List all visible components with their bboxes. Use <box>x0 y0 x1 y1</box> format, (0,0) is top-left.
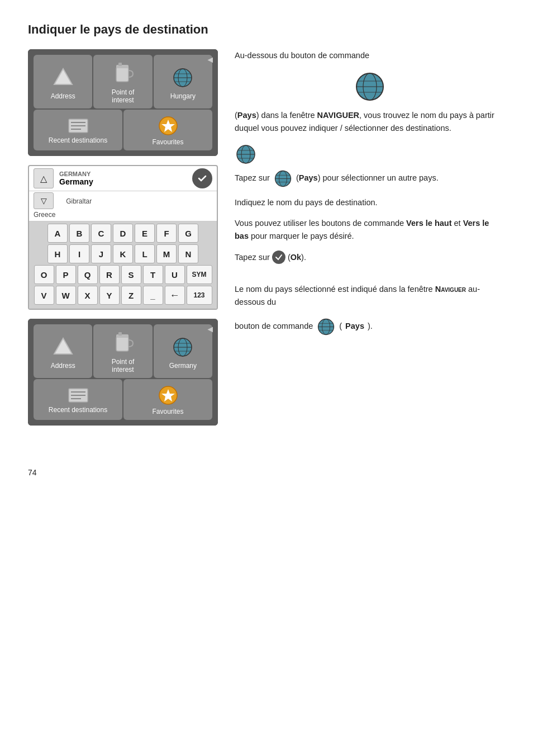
poi-icon-2 <box>111 331 135 356</box>
poi-icon-1 <box>111 62 135 86</box>
globe-small-icon-2 <box>316 317 336 337</box>
kb-key-S[interactable]: S <box>121 265 141 284</box>
kb-key-N[interactable]: N <box>178 244 198 263</box>
kb-row-1: A B C D E F G <box>31 224 215 243</box>
bouton-de-commande-label: bouton de commande <box>235 320 313 333</box>
para-5: Tapez sur (Ok). <box>235 251 505 264</box>
para-4: Vous pouvez utiliser les boutons de comm… <box>235 217 505 243</box>
poi-btn-2[interactable]: Point ofinterest <box>93 324 152 378</box>
kb-key-X[interactable]: X <box>78 286 98 305</box>
para-3-text: Indiquez le nom du pays de destination. <box>235 198 378 207</box>
kb-key-Z[interactable]: Z <box>121 286 141 305</box>
svg-rect-1 <box>116 67 129 82</box>
para-6-text: Le nom du pays sélectionné est indiqué d… <box>235 285 480 306</box>
globe-large-icon <box>353 70 387 103</box>
kb-ok-button[interactable] <box>192 168 212 188</box>
naviguer-label-1: NAVIGUER <box>317 111 359 120</box>
kb-key-D[interactable]: D <box>113 224 133 243</box>
tapez-sur-label-2: Tapez sur <box>235 251 270 264</box>
germany-btn-2[interactable]: Germany <box>154 324 212 378</box>
kb-key-Q[interactable]: Q <box>78 265 98 284</box>
germany-label-2: Germany <box>169 362 197 370</box>
kb-key-J[interactable]: J <box>91 244 111 263</box>
para-1: Au-dessous du bouton de commande <box>235 49 505 62</box>
kb-key-Y[interactable]: Y <box>99 286 120 305</box>
address-label-1: Address <box>51 92 75 100</box>
kb-key-B[interactable]: B <box>69 224 89 243</box>
ok-label-wrap: (Ok). <box>288 251 306 264</box>
para-4-text: Vous pouvez utiliser les boutons de comm… <box>235 219 489 240</box>
kb-key-I[interactable]: I <box>69 244 89 263</box>
kb-key-R[interactable]: R <box>99 265 120 284</box>
kb-key-123[interactable]: 123 <box>187 286 212 305</box>
kb-down-button[interactable]: ▽ <box>34 192 54 209</box>
address-icon-2 <box>51 335 75 360</box>
favourites-btn-1[interactable]: Favourites <box>123 110 212 150</box>
favourites-icon-1 <box>158 115 179 138</box>
kb-key-U[interactable]: U <box>165 265 185 284</box>
recent-btn-2[interactable]: Recent destinations <box>34 379 122 420</box>
hungary-label-1: Hungary <box>170 92 196 100</box>
scroll-arrow-1: ◄ <box>206 55 215 65</box>
left-column: ◄ Address <box>28 49 218 434</box>
address-label-2: Address <box>51 362 75 370</box>
svg-rect-18 <box>118 332 122 336</box>
recent-label-1: Recent destinations <box>49 136 107 144</box>
recent-btn-1[interactable]: Recent destinations <box>34 110 122 150</box>
poi-label-1: Point ofinterest <box>112 88 135 104</box>
kb-key-L[interactable]: L <box>135 244 155 263</box>
svg-marker-0 <box>54 69 72 84</box>
kb-up-button[interactable]: △ <box>34 168 54 188</box>
checkmark-icon <box>272 251 285 264</box>
address-icon-1 <box>51 65 75 90</box>
kb-key-C[interactable]: C <box>91 224 111 243</box>
kb-country-area: GERMANY Germany <box>59 171 188 186</box>
vers-haut-label: Vers le haut <box>406 219 451 228</box>
svg-marker-15 <box>54 338 72 354</box>
kb-key-W[interactable]: W <box>56 286 76 305</box>
kb-country-code: GERMANY <box>59 171 188 177</box>
poi-label-2: Point ofinterest <box>112 358 135 374</box>
favourites-btn-2[interactable]: Favourites <box>123 379 212 420</box>
nav-screen-1: ◄ Address <box>28 49 218 156</box>
para-1b-text: dans la fenêtre <box>259 111 317 120</box>
kb-key-backspace[interactable]: ← <box>165 286 185 305</box>
kb-key-P[interactable]: P <box>56 265 76 284</box>
kb-key-A[interactable]: A <box>47 224 68 243</box>
poi-btn-1[interactable]: Point ofinterest <box>93 55 152 108</box>
address-btn-1[interactable]: Address <box>34 55 92 108</box>
kb-key-K[interactable]: K <box>113 244 133 263</box>
para-1b: (Pays) dans la fenêtre NAVIGUER, vous tr… <box>235 109 505 135</box>
hungary-btn-1[interactable]: Hungary <box>154 55 212 108</box>
naviguer-label-2: Naviguer <box>435 285 466 294</box>
recent-icon-2 <box>68 386 89 406</box>
kb-key-SYM[interactable]: SYM <box>187 265 212 284</box>
kb-row-3: O P Q R S T U SYM <box>31 265 215 284</box>
para-6: Le nom du pays sélectionné est indiqué d… <box>235 283 505 309</box>
kb-key-T[interactable]: T <box>143 265 163 284</box>
kb-key-V[interactable]: V <box>34 286 54 305</box>
kb-country-selected: Germany <box>59 177 188 186</box>
kb-key-F[interactable]: F <box>156 224 177 243</box>
globe-medium-icon <box>235 143 257 166</box>
kb-key-O[interactable]: O <box>34 265 54 284</box>
page-number: 74 <box>28 468 505 477</box>
keyboard-screen: △ GERMANY Germany ▽ GibraltarGreece A <box>28 165 218 310</box>
kb-key-H[interactable]: H <box>47 244 68 263</box>
globe-small-icon-1 <box>273 169 293 188</box>
keyboard-rows: A B C D E F G H I J K L M N <box>29 221 217 309</box>
kb-key-M[interactable]: M <box>156 244 177 263</box>
kb-row-2: H I J K L M N <box>31 244 215 263</box>
para-3: Indiquez le nom du pays de destination. <box>235 196 505 209</box>
recent-label-2: Recent destinations <box>49 406 107 414</box>
favourites-icon-2 <box>158 385 179 408</box>
para-2: Tapez sur (Pays) pour sélectionner un au… <box>235 169 505 188</box>
globe-icon-nav1 <box>170 65 195 90</box>
pays-label-3: Pays <box>345 320 364 333</box>
tapez-sur-label: Tapez sur <box>235 173 272 182</box>
kb-key-underscore[interactable]: _ <box>143 286 163 305</box>
address-btn-2[interactable]: Address <box>34 324 92 378</box>
kb-key-E[interactable]: E <box>135 224 155 243</box>
kb-key-G[interactable]: G <box>178 224 198 243</box>
scroll-arrow-2: ◄ <box>206 324 215 334</box>
